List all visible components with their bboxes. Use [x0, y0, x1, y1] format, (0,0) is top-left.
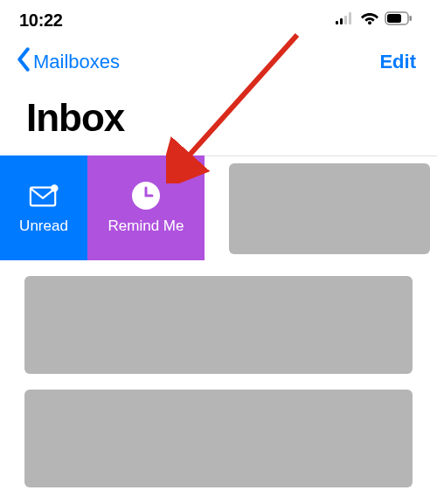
cellular-icon — [336, 12, 355, 28]
chevron-left-icon — [16, 47, 31, 77]
mail-preview-placeholder — [24, 390, 413, 487]
svg-rect-7 — [410, 16, 413, 21]
mail-row-content[interactable] — [205, 155, 437, 260]
swipe-unread-label: Unread — [19, 217, 68, 235]
wifi-icon — [360, 11, 379, 29]
svg-point-9 — [51, 184, 59, 192]
svg-rect-6 — [387, 14, 401, 23]
swipe-action-unread[interactable]: Unread — [0, 155, 87, 260]
swipe-action-remind[interactable]: Remind Me — [87, 155, 205, 260]
status-icons — [336, 11, 413, 29]
mail-row[interactable] — [24, 276, 413, 374]
mail-row[interactable] — [24, 390, 413, 487]
svg-rect-1 — [340, 18, 343, 24]
page-title: Inbox — [0, 84, 437, 155]
svg-point-4 — [368, 21, 371, 24]
nav-bar: Mailboxes Edit — [0, 40, 437, 84]
edit-button[interactable]: Edit — [379, 51, 421, 73]
swipe-remind-label: Remind Me — [108, 217, 184, 235]
unread-envelope-icon — [29, 181, 59, 211]
clock-icon — [131, 181, 161, 211]
status-bar: 10:22 — [0, 0, 437, 40]
back-button[interactable]: Mailboxes — [16, 47, 120, 77]
mail-list: Unread Remind Me — [0, 155, 437, 487]
mail-preview-placeholder — [229, 163, 430, 254]
battery-icon — [385, 11, 413, 29]
back-label: Mailboxes — [33, 51, 120, 73]
svg-rect-2 — [344, 16, 347, 24]
svg-rect-3 — [349, 12, 351, 24]
mail-row-swiped[interactable]: Unread Remind Me — [0, 155, 437, 260]
svg-rect-0 — [336, 21, 338, 24]
mail-preview-placeholder — [24, 276, 413, 374]
status-time: 10:22 — [19, 10, 63, 31]
